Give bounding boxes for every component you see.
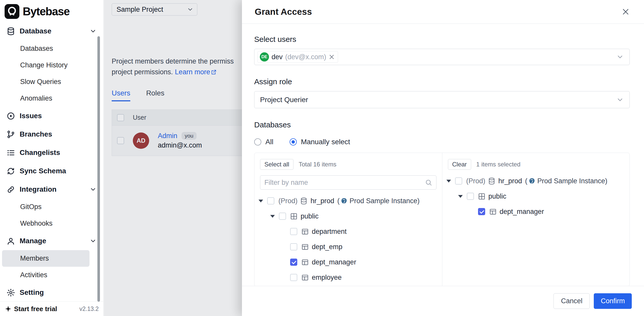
databases-label: Databases bbox=[254, 120, 630, 129]
table-name: dept_manager bbox=[500, 208, 544, 216]
tree-row-table: department bbox=[254, 224, 442, 239]
sidebar-item-issues[interactable]: Issues bbox=[0, 107, 103, 125]
sidebar-item-label: Integration bbox=[20, 185, 57, 193]
database-icon bbox=[488, 177, 495, 185]
sidebar-item-label: GitOps bbox=[20, 203, 42, 211]
environment-label: (Prod) bbox=[278, 197, 298, 205]
close-icon bbox=[622, 8, 630, 16]
sidebar-item-label: Sync Schema bbox=[20, 167, 66, 175]
filter-input[interactable] bbox=[264, 179, 422, 187]
instance-name: Prod Sample Instance) bbox=[350, 197, 420, 205]
sidebar-item-webhooks[interactable]: Webhooks bbox=[0, 215, 103, 232]
start-free-trial-button[interactable]: Start free trial bbox=[5, 305, 57, 313]
caret-down-icon[interactable] bbox=[446, 180, 451, 183]
selected-pane: Clear 1 items selected (Prod) hr_prod ( … bbox=[442, 153, 630, 286]
tree-checkbox[interactable] bbox=[467, 193, 474, 200]
database-name: hr_prod bbox=[311, 197, 334, 205]
close-button[interactable] bbox=[620, 6, 631, 17]
sidebar-item-change-history[interactable]: Change History bbox=[0, 57, 103, 74]
tree-checkbox-checked[interactable] bbox=[290, 259, 297, 266]
postgres-icon bbox=[341, 198, 347, 204]
caret-down-icon[interactable] bbox=[270, 215, 275, 218]
cancel-button[interactable]: Cancel bbox=[553, 293, 590, 309]
users-multiselect[interactable]: DE dev (dev@x.com) bbox=[254, 49, 630, 65]
sidebar-item-slow-queries[interactable]: Slow Queries bbox=[0, 74, 103, 90]
caret-down-icon[interactable] bbox=[259, 200, 263, 202]
instance-name: Prod Sample Instance) bbox=[537, 177, 608, 185]
sidebar-item-activities[interactable]: Activities bbox=[0, 267, 103, 283]
sidebar-nav: Database Databases Change History Slow Q… bbox=[0, 22, 103, 302]
sync-icon bbox=[7, 167, 15, 175]
tree-checkbox[interactable] bbox=[455, 177, 462, 185]
selected-count-label: 1 items selected bbox=[476, 161, 520, 168]
sidebar-item-label: Manage bbox=[20, 237, 46, 245]
clear-button[interactable]: Clear bbox=[448, 159, 471, 170]
link-icon bbox=[7, 185, 15, 194]
database-transfer-panel: Select all Total 16 items (Prod) hr_prod… bbox=[254, 153, 630, 286]
sidebar-scrollbar[interactable] bbox=[97, 36, 100, 302]
sparkle-icon bbox=[5, 305, 12, 312]
sidebar-item-setting[interactable]: Setting bbox=[0, 283, 103, 302]
radio-manual-label: Manually select bbox=[301, 138, 350, 146]
sidebar-item-sync-schema[interactable]: Sync Schema bbox=[0, 162, 103, 180]
sidebar: Bytebase Database Databases Change Histo… bbox=[0, 0, 104, 316]
assign-role-label: Assign role bbox=[254, 77, 630, 86]
sidebar-item-label: Members bbox=[20, 254, 49, 262]
sidebar-item-label: Changelists bbox=[20, 149, 60, 157]
sidebar-item-label: Webhooks bbox=[20, 220, 53, 227]
sidebar-item-manage[interactable]: Manage bbox=[0, 232, 103, 250]
radio-manually-select[interactable]: Manually select bbox=[290, 138, 350, 146]
chevron-down-icon bbox=[89, 28, 97, 35]
tree-checkbox-checked[interactable] bbox=[478, 208, 485, 215]
source-tree: (Prod) hr_prod ( Prod Sample Instance) p… bbox=[254, 193, 442, 285]
tree-row-schema: public bbox=[254, 209, 442, 224]
tree-checkbox[interactable] bbox=[290, 243, 297, 250]
select-users-label: Select users bbox=[254, 35, 630, 44]
selected-tree: (Prod) hr_prod ( Prod Sample Instance) p… bbox=[442, 173, 630, 219]
role-select[interactable]: Project Querier bbox=[254, 91, 630, 108]
chip-user-name: dev bbox=[272, 53, 283, 61]
sidebar-item-anomalies[interactable]: Anomalies bbox=[0, 90, 103, 107]
sidebar-item-integration[interactable]: Integration bbox=[0, 180, 103, 199]
sidebar-item-label: Setting bbox=[20, 288, 44, 297]
role-select-value: Project Querier bbox=[260, 96, 308, 104]
tree-row-database: (Prod) hr_prod ( Prod Sample Instance) bbox=[254, 193, 442, 209]
tree-row-table: dept_manager bbox=[442, 204, 630, 219]
sidebar-item-label: Change History bbox=[20, 61, 68, 69]
tree-checkbox[interactable] bbox=[267, 197, 274, 204]
chevron-down-icon bbox=[616, 96, 624, 104]
table-icon bbox=[301, 243, 309, 251]
schema-name: public bbox=[488, 192, 507, 200]
filter-box bbox=[260, 175, 436, 190]
radio-all-label: All bbox=[265, 138, 273, 146]
selected-pane-header: Clear 1 items selected bbox=[442, 153, 630, 170]
schema-icon bbox=[290, 213, 298, 220]
sidebar-item-branches[interactable]: Branches bbox=[0, 125, 103, 143]
sidebar-item-label: Issues bbox=[20, 112, 42, 120]
sidebar-item-members[interactable]: Members bbox=[2, 250, 89, 267]
remove-user-icon[interactable] bbox=[329, 54, 335, 60]
radio-all[interactable]: All bbox=[254, 138, 273, 146]
sidebar-item-label: Anomalies bbox=[20, 94, 52, 102]
table-name: dept_manager bbox=[312, 258, 356, 266]
sidebar-item-gitops[interactable]: GitOps bbox=[0, 199, 103, 215]
caret-down-icon[interactable] bbox=[458, 195, 463, 198]
tree-checkbox[interactable] bbox=[290, 228, 297, 235]
sidebar-item-label: Branches bbox=[20, 130, 52, 138]
confirm-button[interactable]: Confirm bbox=[594, 293, 632, 309]
chevron-down-icon bbox=[616, 53, 624, 61]
sidebar-item-databases[interactable]: Databases bbox=[0, 40, 103, 57]
select-all-button[interactable]: Select all bbox=[260, 159, 293, 170]
source-pane-header: Select all Total 16 items bbox=[254, 153, 442, 170]
source-pane: Select all Total 16 items (Prod) hr_prod… bbox=[254, 153, 442, 286]
gear-icon bbox=[7, 288, 15, 297]
table-name: department bbox=[312, 228, 347, 236]
database-name: hr_prod bbox=[498, 177, 522, 185]
tree-checkbox[interactable] bbox=[279, 213, 286, 220]
tree-checkbox[interactable] bbox=[290, 274, 297, 281]
sidebar-item-database[interactable]: Database bbox=[0, 22, 103, 40]
instance-paren: ( bbox=[337, 197, 340, 205]
schema-name: public bbox=[301, 212, 319, 220]
sidebar-item-changelists[interactable]: Changelists bbox=[0, 143, 103, 162]
list-icon bbox=[7, 149, 15, 157]
